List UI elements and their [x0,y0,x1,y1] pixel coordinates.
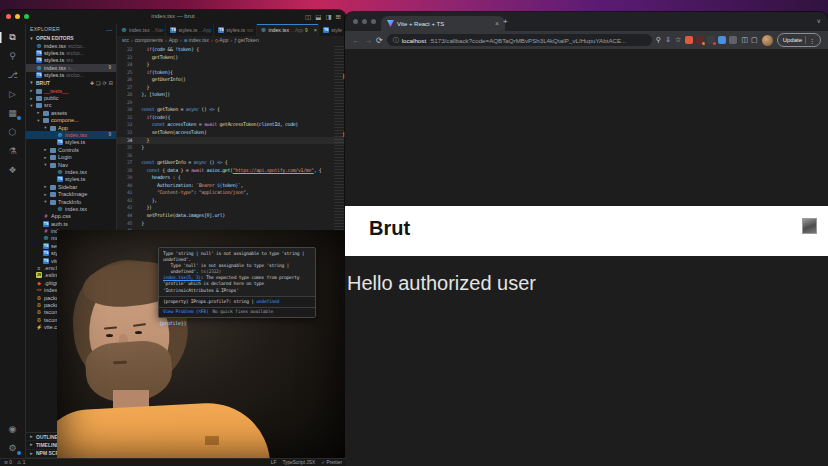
code-line[interactable]: 22 if(code && !token) { [117,46,346,54]
code-line[interactable]: 25 if(token){ [117,69,346,77]
tree-item[interactable]: ▸__tests__ [26,87,116,94]
tree-item[interactable]: ▸public [26,94,116,101]
open-editor-item[interactable]: TSstyles.tssrc/co... [26,72,116,79]
code-line[interactable]: 33 setToken(accessToken) [117,129,346,137]
new-file-icon[interactable]: ✚ [90,80,94,86]
code-line[interactable]: 38 const { data } = await axios.get("htt… [117,167,346,175]
tree-item[interactable]: ▾compone... [26,117,116,124]
tree-item[interactable]: #App.css [26,213,116,220]
collapse-folders-icon[interactable]: ⊟ [109,80,113,86]
tree-item[interactable]: ▾src [26,102,116,109]
toggle-secondary-sidebar-icon[interactable]: ◨ [325,13,331,21]
tree-item[interactable]: ▸Login [26,153,116,160]
code-line[interactable]: 23 getToken() [117,54,346,62]
status-item[interactable]: TypeScript JSX [282,460,315,465]
editor-tab[interactable]: ⊛index.tsx...Nav [117,24,166,36]
code-line[interactable]: 30 const getToken = async () => { [117,106,346,114]
site-info-icon[interactable]: ⓘ [393,36,399,45]
close-tab-icon[interactable]: × [495,20,499,27]
tab-search-chevron-icon[interactable]: ∨ [817,17,821,24]
code-line[interactable]: 43 }) [117,204,346,212]
minimize-window-button[interactable] [362,19,367,24]
breadcrumb-item[interactable]: src [122,37,129,43]
extension-maroon[interactable] [696,36,704,44]
tree-item[interactable]: TSauth.ts [26,220,116,227]
run-debug-icon[interactable]: ▷ [0,89,25,100]
open-editor-item[interactable]: TSstyles.tssrc [26,57,116,64]
settings-gear-icon[interactable]: ⚙ [0,443,25,454]
extension-dark-recorder[interactable] [707,36,715,44]
tree-item[interactable]: ⊛index.tsx9 [26,131,116,138]
code-line[interactable]: 27 } [117,84,346,92]
editor-tab[interactable]: ⊛index.tsx...App9× [257,24,320,36]
site-profile-image[interactable] [802,218,817,234]
testing-icon[interactable]: ⚗ [0,146,25,157]
breadcrumb-item[interactable]: components [135,37,163,43]
tree-item[interactable]: ⊛index.tsx [26,168,116,175]
docker-icon[interactable]: ⬡ [0,127,25,138]
status-item[interactable]: ⊘ 0 [4,460,12,465]
code-line[interactable]: 29 [117,99,346,107]
code-line[interactable]: 34 } [117,137,346,145]
zoom-window-button[interactable] [371,19,376,24]
breadcrumb-item[interactable]: ⊛index.tsx [184,37,209,43]
tree-item[interactable]: ▾App [26,124,116,131]
profile-avatar[interactable] [762,35,773,46]
account-icon[interactable]: ◉ [0,424,25,435]
side-panel-icon[interactable]: ▢ [751,36,758,44]
tree-item[interactable]: ⊛index.tsx [26,205,116,212]
status-item[interactable]: LF [271,460,277,465]
tree-item[interactable]: TSstyles.ts [26,176,116,183]
extension-orange[interactable] [685,36,693,44]
editor-tab[interactable]: TSstyle [319,24,346,36]
new-folder-icon[interactable]: ❏ [96,80,100,86]
search-icon[interactable]: ⚲ [0,51,25,62]
extensions-puzzle-icon[interactable] [729,36,737,44]
vscode-titlebar[interactable]: index.tsx — brut ◫⬓◨⊞ [0,10,346,25]
split-view-icon[interactable]: ◫ [741,36,748,44]
back-button[interactable]: ← [352,36,360,45]
code-line[interactable]: 41 "Content-type": "application/json", [117,189,346,197]
bookmark-star-icon[interactable]: ☆ [675,36,681,44]
code-line[interactable]: 40 Authorization: `Bearer ${token}`, [117,182,346,190]
tree-item[interactable]: ▸Sidebar [26,183,116,190]
code-line[interactable]: 42 }, [117,197,346,205]
code-line[interactable]: 28 }, [token]) [117,91,346,99]
breadcrumb-item[interactable]: ƒgetToken [234,37,259,43]
code-line[interactable]: 39 headers : { [117,174,346,182]
open-editor-item[interactable]: TSstyles.tssrc/co... [26,49,116,56]
breadcrumb-item[interactable]: App [169,37,178,43]
code-line[interactable]: 37 const getUserInfo = async () => { [117,159,346,167]
code-line[interactable]: 31 if(code){ [117,114,346,122]
status-item[interactable]: ✓ Prettier [321,460,342,465]
browser-menu-icon[interactable]: ⋮ [809,37,815,44]
search-icon[interactable]: ⚲ [656,36,661,44]
tree-item[interactable]: ▾TrackInfo [26,198,116,205]
open-editors-header[interactable]: ▾ OPEN EDITORS [26,34,116,42]
status-item[interactable]: ⚠ 1 [17,460,25,465]
tree-item[interactable]: ▸Controls [26,146,116,153]
explorer-more-icon[interactable]: ⋯ [106,26,112,33]
explorer-icon[interactable]: ⧉ [0,32,25,43]
code-line[interactable]: 35 } [117,144,346,152]
toggle-panel-icon[interactable]: ⬓ [315,13,321,21]
reload-button[interactable]: ⟳ [376,36,383,45]
close-tab-icon[interactable]: × [314,27,317,33]
tree-item[interactable]: ▾Nav [26,161,116,168]
code-line[interactable]: 32 const accessToken = await getAccessTo… [117,121,346,129]
downloads-icon[interactable]: ⇩ [665,36,671,44]
code-line[interactable]: 36 [117,152,346,160]
react-devtools-extension[interactable] [718,36,726,44]
editor-tab[interactable]: TSstyles.tssrc [214,24,256,36]
tree-item[interactable]: TSstyles.ts [26,139,116,146]
update-browser-button[interactable]: Update ⋮ [777,33,821,47]
breadcrumb-item[interactable]: ◇App [215,37,229,43]
project-root-header[interactable]: ▾ BRUT ✚❏⟳⊟ [26,79,116,87]
source-control-icon[interactable]: ⎇ [0,70,25,81]
code-line[interactable]: 44 setProfile(data.images[0].url) [117,212,346,220]
open-editor-item[interactable]: ⊛index.tsxs...9 [26,64,116,71]
code-line[interactable]: 24 } [117,61,346,69]
close-window-button[interactable] [353,19,358,24]
open-editor-item[interactable]: ⊛index.tsxsrc/co... [26,42,116,49]
code-line[interactable]: 45 } [117,220,346,228]
